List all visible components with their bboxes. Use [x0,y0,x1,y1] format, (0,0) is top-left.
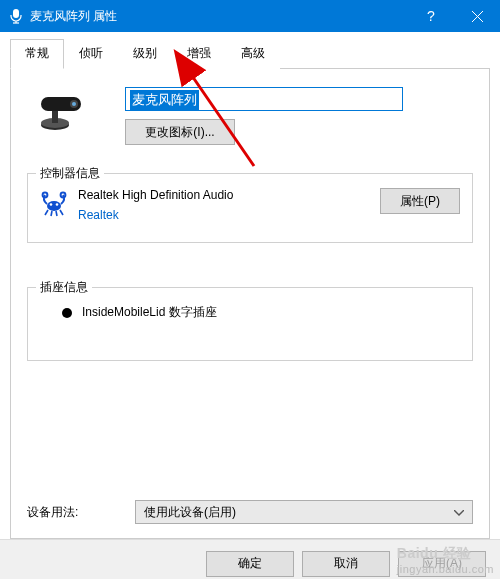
controller-vendor-link[interactable]: Realtek [78,208,370,222]
jack-info-group: 插座信息 InsideMobileLid 数字插座 [27,287,473,361]
apply-button[interactable]: 应用(A) [398,551,486,577]
realtek-crab-icon [40,190,68,218]
dialog-footer: 确定 取消 应用(A) [0,539,500,579]
chevron-down-icon [454,505,464,519]
svg-point-11 [47,201,61,211]
controller-name: Realtek High Definition Audio [78,188,370,202]
svg-point-12 [50,203,53,206]
device-name-text: 麦克风阵列 [130,90,199,110]
mic-icon [8,8,24,24]
tab-enhance[interactable]: 增强 [172,39,226,69]
tab-advanced[interactable]: 高级 [226,39,280,69]
svg-rect-0 [13,9,19,18]
device-usage-label: 设备用法: [27,504,107,521]
tab-panel-general: 麦克风阵列 更改图标(I)... 控制器信息 [10,69,490,539]
controller-section-title: 控制器信息 [36,165,104,182]
tab-levels[interactable]: 级别 [118,39,172,69]
help-button[interactable]: ? [408,0,454,32]
svg-line-17 [51,211,52,216]
controller-info-group: 控制器信息 [27,173,473,243]
tab-listen[interactable]: 侦听 [64,39,118,69]
device-large-icon [35,89,91,131]
device-usage-selected: 使用此设备(启用) [144,504,236,521]
change-icon-button[interactable]: 更改图标(I)... [125,119,235,145]
device-name-input[interactable]: 麦克风阵列 [125,87,403,111]
svg-line-16 [45,210,48,215]
controller-properties-button[interactable]: 属性(P) [380,188,460,214]
jack-section-title: 插座信息 [36,279,92,296]
jack-color-dot [62,308,72,318]
tab-bar: 常规 侦听 级别 增强 高级 [10,38,490,69]
svg-line-18 [56,211,57,216]
titlebar: 麦克风阵列 属性 ? [0,0,500,32]
window-title: 麦克风阵列 属性 [30,8,117,25]
cancel-button[interactable]: 取消 [302,551,390,577]
svg-line-19 [60,210,63,215]
device-usage-select[interactable]: 使用此设备(启用) [135,500,473,524]
ok-button[interactable]: 确定 [206,551,294,577]
svg-point-10 [72,102,76,106]
jack-name: InsideMobileLid 数字插座 [82,304,217,321]
svg-point-13 [56,203,59,206]
close-button[interactable] [454,0,500,32]
tab-general[interactable]: 常规 [10,39,64,69]
